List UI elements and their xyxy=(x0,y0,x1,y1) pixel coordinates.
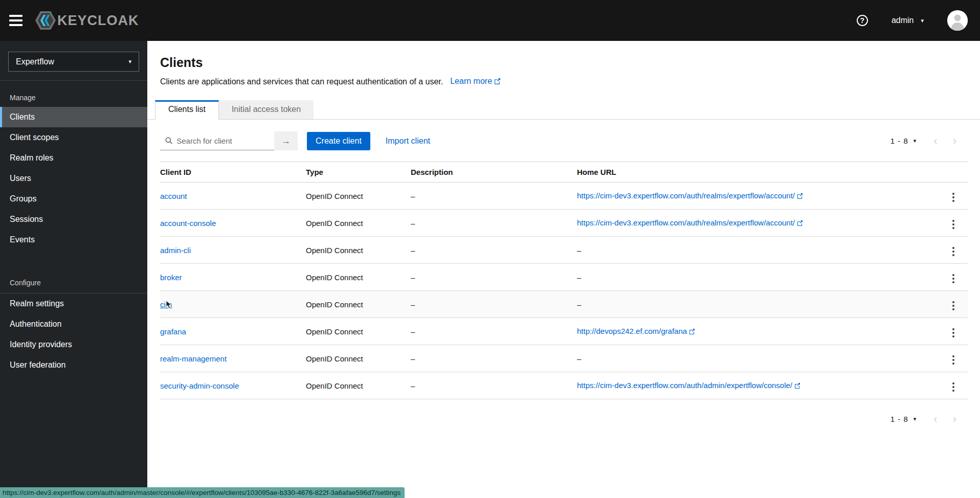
page-subtitle: Clients are applications and services th… xyxy=(160,77,443,86)
row-actions-kebab-icon[interactable] xyxy=(949,380,957,394)
client-type: OpenID Connect xyxy=(306,345,411,372)
nav-section-title: Configure xyxy=(0,275,147,292)
sidebar-item-identity-providers[interactable]: Identity providers xyxy=(0,334,147,355)
client-type: OpenID Connect xyxy=(306,291,411,318)
external-link-icon xyxy=(794,381,800,390)
client-type: OpenID Connect xyxy=(306,183,411,210)
column-header-actions xyxy=(944,162,968,183)
clients-table: Client ID Type Description Home URL acco… xyxy=(160,162,968,399)
pagination-next-button[interactable]: › xyxy=(953,415,956,423)
sidebar-item-users[interactable]: Users xyxy=(0,168,147,189)
column-header-home-url[interactable]: Home URL xyxy=(577,162,944,183)
home-url-link[interactable]: https://cim-dev3.expertflow.com/auth/rea… xyxy=(577,191,795,200)
learn-more-link[interactable]: Learn more xyxy=(450,77,501,86)
help-icon[interactable]: ? xyxy=(857,15,868,26)
row-actions-kebab-icon[interactable] xyxy=(949,191,957,204)
client-description: – xyxy=(411,372,577,399)
sidebar-item-realm-settings[interactable]: Realm settings xyxy=(0,293,147,314)
user-menu[interactable]: admin ▾ xyxy=(892,16,924,25)
sidebar-item-sessions[interactable]: Sessions xyxy=(0,209,147,230)
status-bar-url: https://cim-dev3.expertflow.com/auth/adm… xyxy=(0,487,405,498)
row-actions-kebab-icon[interactable] xyxy=(949,272,957,285)
search-input[interactable] xyxy=(176,137,270,145)
sidebar-item-events[interactable]: Events xyxy=(0,230,147,250)
table-row-cim: cimOpenID Connect–– xyxy=(160,291,968,318)
person-icon xyxy=(947,10,968,31)
home-url-link[interactable]: https://cim-dev3.expertflow.com/auth/rea… xyxy=(577,218,795,227)
nav-section-title: Manage xyxy=(0,89,147,107)
table-row-broker: brokerOpenID Connect–– xyxy=(160,264,968,291)
client-description: – xyxy=(411,183,577,210)
pagination-caret-icon[interactable]: ▾ xyxy=(914,138,917,144)
pagination-next-button[interactable]: › xyxy=(953,137,956,145)
client-id-link-security-admin-console[interactable]: security-admin-console xyxy=(160,381,239,390)
client-description: – xyxy=(411,291,577,318)
home-url: – xyxy=(577,345,944,372)
table-row-security-admin-console: security-admin-consoleOpenID Connect–htt… xyxy=(160,372,968,399)
pagination-prev-button[interactable]: ‹ xyxy=(933,415,937,423)
create-client-button[interactable]: Create client xyxy=(307,132,370,150)
row-actions-kebab-icon[interactable] xyxy=(949,353,957,367)
top-pagination: 1 - 8 ▾ ‹ › xyxy=(890,137,968,145)
client-id-link-cim[interactable]: cim xyxy=(160,300,172,309)
column-header-type[interactable]: Type xyxy=(306,162,411,183)
external-link-icon xyxy=(689,327,695,336)
sidebar-nav: ManageClientsClient scopesRealm rolesUse… xyxy=(0,89,147,375)
import-client-link[interactable]: Import client xyxy=(386,137,430,146)
sidebar-item-clients[interactable]: Clients xyxy=(0,107,147,127)
table-row-realm-management: realm-managementOpenID Connect–– xyxy=(160,345,968,372)
external-link-icon xyxy=(797,219,803,228)
row-actions-kebab-icon[interactable] xyxy=(949,245,957,258)
realm-selector[interactable]: Expertflow ▾ xyxy=(8,52,139,72)
hamburger-menu-icon[interactable] xyxy=(9,15,23,26)
client-id-link-account[interactable]: account xyxy=(160,192,187,200)
search-icon xyxy=(165,137,172,145)
sidebar-item-client-scopes[interactable]: Client scopes xyxy=(0,127,147,148)
row-actions-kebab-icon[interactable] xyxy=(949,299,957,312)
home-url-link[interactable]: http://devops242.ef.com/grafana xyxy=(577,327,687,335)
page-title: Clients xyxy=(160,55,968,70)
nav-section-configure: ConfigureRealm settingsAuthenticationIde… xyxy=(0,275,147,375)
sidebar: Expertflow ▾ ManageClientsClient scopesR… xyxy=(0,41,147,498)
home-url-link[interactable]: https://cim-dev3.expertflow.com/auth/adm… xyxy=(577,381,792,390)
row-actions-kebab-icon[interactable] xyxy=(949,218,957,231)
client-id-link-account-console[interactable]: account-console xyxy=(160,219,216,228)
home-url: – xyxy=(577,264,944,291)
masthead: KEYCLOAK ? admin ▾ xyxy=(0,0,980,41)
client-type: OpenID Connect xyxy=(306,318,411,345)
sidebar-item-user-federation[interactable]: User federation xyxy=(0,355,147,375)
chevron-down-icon: ▾ xyxy=(921,17,924,24)
client-description: – xyxy=(411,318,577,345)
avatar[interactable] xyxy=(947,10,968,31)
column-header-description[interactable]: Description xyxy=(411,162,577,183)
row-actions-kebab-icon[interactable] xyxy=(949,326,957,339)
pagination-caret-icon[interactable]: ▾ xyxy=(914,416,917,422)
brand-text: KEYCLOAK xyxy=(57,13,139,29)
table-header-row: Client ID Type Description Home URL xyxy=(160,162,968,183)
tab-clients-list[interactable]: Clients list xyxy=(155,100,219,120)
client-id-link-realm-management[interactable]: realm-management xyxy=(160,354,227,363)
column-header-client-id[interactable]: Client ID xyxy=(160,162,306,183)
client-id-link-broker[interactable]: broker xyxy=(160,273,182,282)
client-id-link-grafana[interactable]: grafana xyxy=(160,327,186,336)
search-box xyxy=(160,131,274,150)
home-url: – xyxy=(577,291,944,318)
keycloak-logo: KEYCLOAK xyxy=(35,11,139,30)
search-submit-button[interactable]: → xyxy=(274,131,298,150)
external-link-icon xyxy=(797,192,803,200)
sidebar-item-realm-roles[interactable]: Realm roles xyxy=(0,148,147,168)
external-link-icon xyxy=(494,77,501,86)
pagination-prev-button[interactable]: ‹ xyxy=(933,137,937,145)
tab-initial-access-token[interactable]: Initial access token xyxy=(219,100,314,119)
realm-name: Expertflow xyxy=(16,57,54,66)
client-type: OpenID Connect xyxy=(306,372,411,399)
client-description: – xyxy=(411,264,577,291)
client-description: – xyxy=(411,237,577,264)
divider xyxy=(0,80,147,81)
table-body: accountOpenID Connect–https://cim-dev3.e… xyxy=(160,183,968,399)
client-description: – xyxy=(411,210,577,237)
sidebar-item-authentication[interactable]: Authentication xyxy=(0,314,147,334)
main-content: Clients Clients are applications and ser… xyxy=(147,41,980,498)
sidebar-item-groups[interactable]: Groups xyxy=(0,189,147,209)
client-id-link-admin-cli[interactable]: admin-cli xyxy=(160,246,191,255)
